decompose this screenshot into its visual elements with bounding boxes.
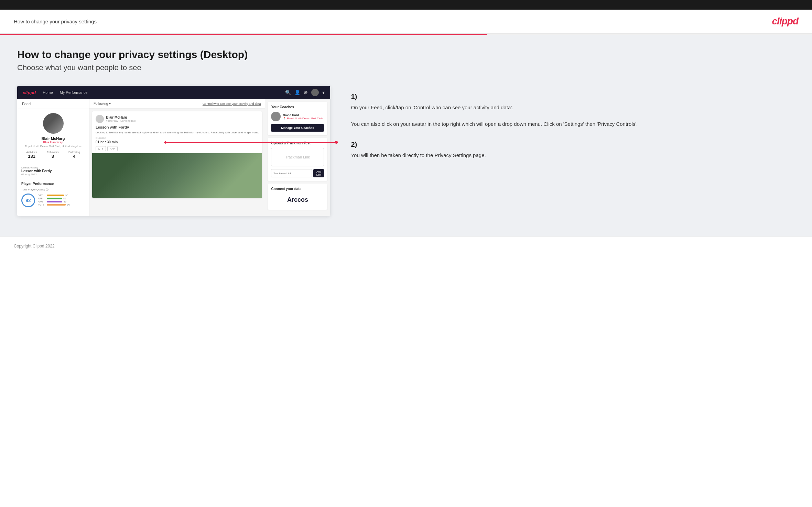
- activity-user: Blair McHarg Yesterday · Sunningdale: [96, 115, 259, 123]
- latest-activity-date: 03 Aug 2022: [21, 173, 85, 176]
- qbar-ott-bar: [47, 195, 64, 196]
- trackman-link-input[interactable]: [271, 169, 312, 177]
- following-label: Following: [94, 102, 108, 106]
- app-sidebar: Feed Blair McHarg Plus Handicap Royal No…: [17, 99, 89, 216]
- top-black-bar: [0, 0, 812, 10]
- activity-user-date: Yesterday · Sunningdale: [106, 119, 136, 122]
- golf-bg: [92, 153, 262, 198]
- instruction-1: 1) On your Feed, click/tap on 'Control w…: [351, 93, 795, 128]
- qbar-putt: PUTT 96: [38, 203, 85, 206]
- qbar-ott: OTT 90: [38, 194, 85, 197]
- add-link-btn[interactable]: Add Link: [313, 169, 324, 177]
- latest-activity-label: Latest Activity: [21, 166, 85, 169]
- quality-score: 92: [21, 194, 35, 207]
- stat-activities: Activities 131: [26, 151, 37, 159]
- qbar-app-val: 85: [63, 197, 66, 200]
- profile-stats: Activities 131 Followers 3 Following 4: [21, 151, 85, 159]
- app-logo-mockup: clippd: [23, 90, 36, 95]
- page-title: How to change your privacy settings: [14, 19, 97, 24]
- qbar-ott-val: 90: [65, 194, 68, 197]
- qbar-ott-label: OTT: [38, 194, 45, 197]
- link-input-row: Add Link: [271, 169, 324, 177]
- avatar[interactable]: [311, 89, 319, 96]
- add-circle-icon[interactable]: ⊕: [304, 90, 308, 95]
- feed-tab[interactable]: Feed: [17, 99, 89, 109]
- qbar-arg-label: ARG: [38, 200, 45, 203]
- stat-followers-label: Followers: [47, 151, 58, 154]
- instructions: 1) On your Feed, click/tap on 'Control w…: [344, 86, 795, 172]
- profile-name: Blair McHarg: [21, 136, 85, 141]
- profile-card: Blair McHarg Plus Handicap Royal North D…: [17, 109, 89, 163]
- instruction-2: 2) You will then be taken directly to th…: [351, 141, 795, 159]
- stat-activities-label: Activities: [26, 151, 37, 154]
- nav-my-performance[interactable]: My Performance: [60, 90, 88, 95]
- page-subheading: Choose what you want people to see: [17, 63, 795, 72]
- quality-bars: OTT 90 APP 85: [38, 194, 85, 207]
- qbar-app-label: APP: [38, 197, 45, 200]
- footer: Copyright Clippd 2022: [0, 236, 812, 255]
- coach-name: David Ford: [283, 113, 322, 117]
- main-content: How to change your privacy settings (Des…: [0, 35, 812, 236]
- screenshot-wrapper: clippd Home My Performance 🔍 👤 ⊕ ▾: [17, 86, 330, 216]
- copyright: Copyright Clippd 2022: [14, 244, 55, 249]
- stat-following-value: 4: [68, 154, 80, 159]
- app-screenshot: clippd Home My Performance 🔍 👤 ⊕ ▾: [17, 86, 330, 216]
- latest-activity-title: Lesson with Fordy: [21, 169, 85, 173]
- profile-handicap: Plus Handicap: [21, 141, 85, 144]
- profile-avatar: [43, 113, 64, 134]
- qbar-app-bar: [47, 198, 62, 199]
- qbar-arg-val: 86: [64, 200, 66, 203]
- quality-label: Total Player Quality ⓘ: [21, 188, 85, 191]
- coaches-title: Your Coaches: [271, 105, 324, 109]
- qbar-arg: ARG 86: [38, 200, 85, 203]
- app-feed: Following ▾ Control who can see your act…: [89, 99, 265, 216]
- clippd-logo: clippd: [772, 16, 798, 27]
- connect-title: Connect your data: [271, 187, 324, 191]
- annotation-line: [164, 142, 338, 143]
- person-icon[interactable]: 👤: [294, 90, 300, 95]
- duration-label: Duration: [96, 136, 259, 140]
- feed-header: Following ▾ Control who can see your act…: [89, 99, 265, 109]
- nav-icons: 🔍 👤 ⊕ ▾: [285, 89, 325, 96]
- coach-row: David Ford 📍 Royal North Devon Golf Club: [271, 112, 324, 121]
- nav-home[interactable]: Home: [43, 90, 53, 95]
- stat-following: Following 4: [68, 151, 80, 159]
- perf-title: Player Performance: [21, 182, 85, 186]
- manage-coaches-btn[interactable]: Manage Your Coaches: [271, 124, 324, 132]
- arccos-logo: Arccos: [271, 194, 324, 206]
- top-nav: How to change your privacy settings clip…: [0, 10, 812, 34]
- profile-club: Royal North Devon Golf Club, United King…: [21, 145, 85, 148]
- app-navbar: clippd Home My Performance 🔍 👤 ⊕ ▾: [17, 86, 330, 99]
- upload-trackman-card: Upload a Trackman Test Trackman Link Add…: [268, 138, 327, 181]
- instruction-2-text: You will then be taken directly to the P…: [351, 151, 795, 159]
- qbar-putt-val: 96: [67, 203, 70, 206]
- connect-card: Connect your data Arccos: [268, 184, 327, 210]
- activity-card: Blair McHarg Yesterday · Sunningdale Les…: [92, 111, 262, 198]
- coach-info: David Ford 📍 Royal North Devon Golf Club: [283, 113, 322, 120]
- activity-user-name: Blair McHarg: [106, 115, 136, 119]
- tag-app: APP: [107, 146, 118, 151]
- search-icon[interactable]: 🔍: [285, 90, 291, 95]
- activity-tags: OTT APP: [96, 146, 259, 151]
- upload-title: Upload a Trackman Test: [271, 141, 324, 145]
- qbar-arg-bar: [47, 201, 62, 202]
- pin-icon: 📍: [283, 117, 286, 120]
- control-link[interactable]: Control who can see your activity and da…: [203, 102, 261, 106]
- coaches-card: Your Coaches David Ford 📍 Royal North De…: [268, 102, 327, 135]
- activity-title: Lesson with Fordy: [96, 125, 259, 129]
- trackman-placeholder: Trackman Link: [271, 148, 324, 166]
- coach-avatar: [271, 112, 281, 121]
- chevron-down-icon[interactable]: ▾: [322, 90, 325, 95]
- activity-image: [92, 153, 262, 198]
- instruction-1-text: On your Feed, click/tap on 'Control who …: [351, 103, 795, 128]
- qbar-app: APP 85: [38, 197, 85, 200]
- instruction-2-num: 2): [351, 141, 795, 148]
- user-avatar: [96, 115, 104, 123]
- app-body: Feed Blair McHarg Plus Handicap Royal No…: [17, 99, 330, 216]
- tag-ott: OTT: [96, 146, 106, 151]
- annotation-dot-right: [335, 141, 338, 144]
- coach-club-name: Royal North Devon Golf Club: [287, 117, 322, 120]
- quality-row: 92 OTT 90 APP: [21, 194, 85, 207]
- following-btn[interactable]: Following ▾: [94, 102, 111, 106]
- coach-club: 📍 Royal North Devon Golf Club: [283, 117, 322, 120]
